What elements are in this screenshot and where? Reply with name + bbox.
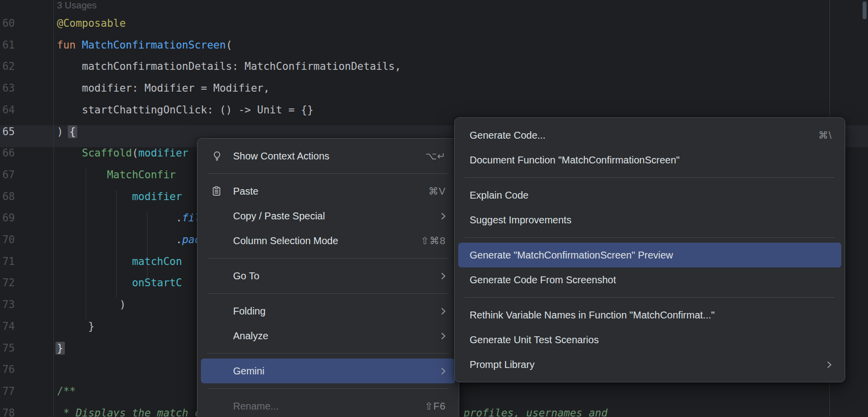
code-token: } [57,320,95,332]
line-number-66[interactable]: 66 [0,147,15,169]
menu-item-generate-code-from-screenshot[interactable]: Generate Code From Screenshot [458,267,841,292]
menu-item-generate-unit-test-scenarios[interactable]: Generate Unit Test Scenarios [458,327,841,352]
code-token: } [55,342,65,355]
line-number-76[interactable]: 76 [0,364,15,385]
menu-separator [207,173,449,174]
line-number-78[interactable]: 78 [0,407,15,417]
line-number-62[interactable]: 62 [0,60,15,82]
menu-item-folding[interactable]: Folding [201,299,455,323]
line-number-71[interactable]: 71 [0,256,15,277]
code-line-70[interactable]: .pad [57,234,201,256]
code-line-67[interactable]: MatchConfir [57,169,176,191]
code-token: . [57,234,182,246]
submenu-arrow-icon [441,307,446,315]
menu-item-gemini[interactable]: Gemini [201,359,455,383]
code-token: MatchConfir [107,169,176,181]
menu-item-label: Folding [233,306,426,317]
menu-item-label: Generate Code... [470,130,803,141]
menu-item-label: Analyze [233,330,426,342]
menu-item-label: Paste [233,186,414,197]
menu-separator [465,177,835,178]
line-number-67[interactable]: 67 [0,169,15,191]
line-number-70[interactable]: 70 [0,234,15,256]
line-number-60[interactable]: 60 [0,17,15,39]
menu-separator [207,388,449,389]
code-token: matchCon [132,256,182,267]
line-number-73[interactable]: 73 [0,299,15,320]
menu-item-label: Show Context Actions [233,151,410,162]
menu-item-explain-code[interactable]: Explain Code [458,183,841,208]
code-token: ) [57,299,126,311]
code-line-75[interactable]: } [57,342,63,364]
submenu-arrow-icon [441,212,446,220]
line-number-75[interactable]: 75 [0,342,15,364]
code-token: Scaffold [82,147,132,159]
line-number-65[interactable]: 65 [0,126,15,148]
menu-item-shortcut: ⌥↵ [425,150,446,162]
menu-item-label: Rename... [233,401,410,412]
code-token: modifier [132,191,182,203]
menu-item-show-context-actions[interactable]: Show Context Actions⌥↵ [201,144,455,168]
code-line-74[interactable]: } [57,320,95,342]
menu-item-label: Generate Code From Screenshot [470,274,832,286]
lightbulb-icon [212,151,233,161]
menu-item-shortcut: ⌘V [429,185,446,197]
menu-separator [465,237,835,238]
code-token [57,147,82,159]
paste-icon [212,186,233,196]
code-line-71[interactable]: matchCon [57,256,182,277]
submenu-arrow-icon [441,367,446,375]
menu-item-paste[interactable]: Paste⌘V [201,179,455,204]
code-line-63[interactable]: modifier: Modifier = Modifier, [57,82,270,104]
code-line-66[interactable]: Scaffold(modifier [57,147,189,169]
menu-item-generate-code[interactable]: Generate Code...⌘\ [458,123,841,148]
code-token: startChattingOnClick: () -> Unit = {} [57,104,313,116]
menu-item-label: Document Function "MatchConfirmationScre… [470,155,832,166]
menu-item-copy-paste-special[interactable]: Copy / Paste Special [201,204,455,228]
line-number-61[interactable]: 61 [0,39,15,61]
menu-item-go-to[interactable]: Go To [201,263,455,288]
code-token: { [68,125,77,138]
code-token [57,191,132,203]
menu-item-prompt-library[interactable]: Prompt Library [458,352,841,377]
line-number-77[interactable]: 77 [0,385,15,407]
menu-item-shortcut: ⌘\ [818,129,832,141]
code-line-77[interactable]: /** [57,385,76,407]
code-token: modifier: Modifier = Modifier, [57,82,270,94]
menu-item-analyze[interactable]: Analyze [201,323,455,348]
code-line-65[interactable]: ) { [57,126,76,148]
code-line-69[interactable]: .fil [57,212,201,234]
code-token [57,277,132,289]
menu-item-label: Copy / Paste Special [233,210,426,222]
line-number-63[interactable]: 63 [0,82,15,104]
line-number-74[interactable]: 74 [0,320,15,342]
menu-item-suggest-improvements[interactable]: Suggest Improvements [458,208,841,232]
code-line-62[interactable]: matchConfirmationDetails: MatchConfirmat… [57,60,401,82]
line-number-68[interactable]: 68 [0,191,15,212]
menu-item-label: Prompt Library [470,359,812,370]
menu-item-column-selection-mode[interactable]: Column Selection Mode⇧⌘8 [201,228,455,253]
menu-item-generate-matchconfirmationscreen-preview[interactable]: Generate "MatchConfirmationScreen" Previ… [458,243,841,267]
menu-item-rethink-variable-names-in-function-matchconfirmat[interactable]: Rethink Variable Names in Function "Matc… [458,303,841,327]
scrollbar-thumb[interactable] [863,1,867,19]
menu-item-label: Generate Unit Test Scenarios [470,334,832,346]
code-line-73[interactable]: ) [57,299,126,320]
code-token: ( [132,147,139,159]
menu-item-label: Go To [233,270,426,282]
code-line-61[interactable]: fun MatchConfirmationScreen( [57,39,232,61]
code-token: . [57,212,182,224]
code-line-72[interactable]: onStartC [57,277,182,299]
code-token: modifier [138,147,188,159]
menu-item-rename: Rename...⇧F6 [201,394,455,417]
menu-item-label: Gemini [233,365,426,377]
code-line-68[interactable]: modifier [57,191,182,212]
line-number-72[interactable]: 72 [0,277,15,299]
code-line-60[interactable]: @Composable [57,17,126,39]
menu-item-document-function-matchconfirmationscreen[interactable]: Document Function "MatchConfirmationScre… [458,148,841,172]
usages-inlay-hint[interactable]: 3 Usages [57,0,96,13]
menu-item-label: Generate "MatchConfirmationScreen" Previ… [470,250,832,261]
code-token: onStartC [132,277,182,289]
line-number-69[interactable]: 69 [0,212,15,234]
line-number-64[interactable]: 64 [0,104,15,126]
code-line-64[interactable]: startChattingOnClick: () -> Unit = {} [57,104,313,126]
